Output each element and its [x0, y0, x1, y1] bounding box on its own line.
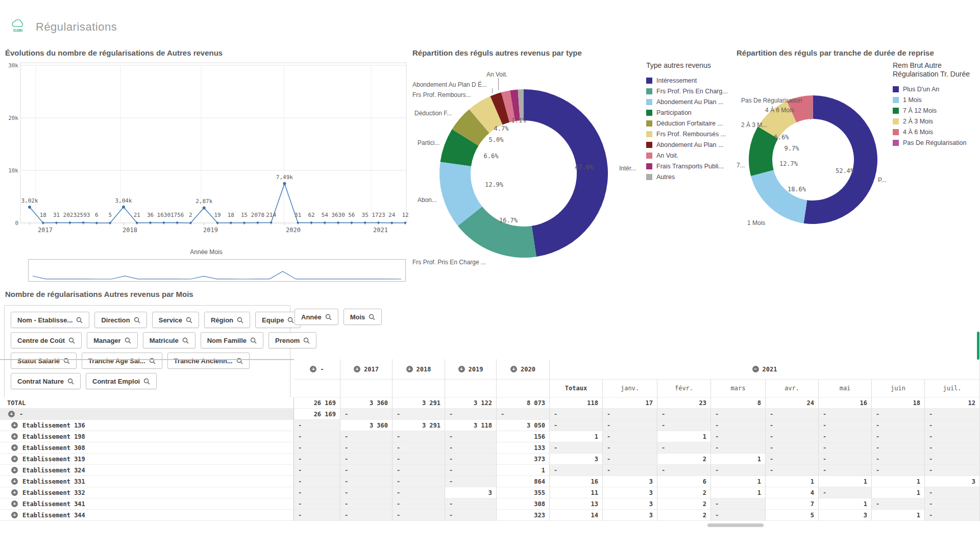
pivot-cell-value: 16 [819, 397, 872, 409]
legend-item-2[interactable]: Abondement Au Plan ... [646, 96, 737, 107]
expand-icon[interactable]: + [354, 366, 360, 372]
filter-button-nom-etablisse[interactable]: Nom - Etablisse... [11, 312, 89, 328]
row-label-total[interactable]: TOTAL [0, 397, 294, 409]
subheader-juil[interactable]: juil. [925, 380, 980, 397]
filter-button-label: Matricule [150, 337, 179, 344]
expand-icon[interactable]: + [11, 500, 18, 507]
row-label-etablissement-344[interactable]: +Etablissement 344 [0, 510, 294, 521]
expand-icon[interactable]: + [406, 366, 413, 372]
data-point-label: 31 [295, 212, 301, 218]
row-label-etablissement-198[interactable]: +Etablissement 198 [0, 431, 294, 442]
expand-icon[interactable]: + [11, 433, 18, 440]
collapse-icon[interactable]: − [752, 366, 759, 372]
subheader-janv[interactable]: janv. [603, 380, 657, 397]
legend-swatch [893, 129, 899, 135]
expand-icon[interactable]: + [510, 366, 517, 372]
filter-button-r-gion[interactable]: Région [204, 312, 250, 328]
data-point-label: 1630 [157, 212, 171, 218]
pivot-cell-value: 2 [657, 510, 711, 521]
donut-slice-0[interactable] [524, 89, 608, 257]
expand-icon[interactable]: + [11, 478, 18, 485]
filter-button-label: Equipe [262, 316, 284, 324]
legend-item-7[interactable]: An Voit. [646, 150, 737, 161]
filter-button-nom-famille[interactable]: Nom Famille [201, 332, 263, 348]
expand-icon[interactable]: + [11, 444, 18, 451]
legend-label: Frs Prof. Pris En Charg... [656, 88, 728, 95]
filter-button-prenom[interactable]: Prenom [268, 332, 316, 348]
filter-button-service[interactable]: Service [152, 312, 199, 328]
row-label-etablissement-341[interactable]: +Etablissement 341 [0, 498, 294, 510]
legend-item-5[interactable]: Pas De Régularisation [893, 137, 980, 148]
pivot-cell-value: 3 [603, 476, 657, 487]
donut-pct-label: 18.6% [788, 186, 806, 193]
row-label-etablissement-319[interactable]: +Etablissement 319 [0, 454, 294, 465]
donut1-callout-participation: Partici... [418, 139, 439, 146]
row-label-etablissement-136[interactable]: +Etablissement 136 [0, 420, 294, 431]
filter-button-direction[interactable]: Direction [94, 312, 146, 328]
expand-icon[interactable]: + [8, 411, 15, 417]
range-selector[interactable] [28, 259, 406, 282]
donut-slice-1[interactable] [751, 170, 807, 223]
year-header-2019[interactable]: +2019 [445, 359, 497, 380]
legend-item-2[interactable]: 7 À 12 Mois [893, 105, 980, 116]
expand-icon[interactable]: + [11, 489, 18, 496]
legend-item-3[interactable]: Participation [646, 107, 737, 118]
row-label-etablissement-331[interactable]: +Etablissement 331 [0, 476, 294, 487]
pivot-cell-value: 16 [550, 476, 603, 487]
vertical-scrollbar-thumb[interactable] [977, 332, 979, 360]
subheader-Totaux[interactable]: Totaux [550, 380, 603, 397]
donut-slice-0[interactable] [803, 95, 877, 224]
expand-icon[interactable]: + [11, 467, 18, 473]
legend-swatch [893, 108, 899, 114]
legend-item-0[interactable]: Plus D'un An [893, 84, 980, 94]
year-header-2021[interactable]: −2021 [550, 359, 980, 380]
year-header-2018[interactable]: +2018 [393, 359, 445, 380]
pivot-cell-empty: - [711, 420, 766, 431]
pivot-cell-value: 133 [497, 442, 550, 454]
donut1-callout-abondement: Abon... [418, 196, 437, 204]
legend-item-1[interactable]: 1 Mois [893, 94, 980, 105]
expand-icon[interactable]: + [11, 456, 18, 462]
subheader-mai[interactable]: mai [819, 380, 872, 397]
horizontal-scrollbar-thumb[interactable] [707, 523, 764, 527]
pivot-cell-empty: - [657, 420, 711, 431]
legend-item-6[interactable]: Abondement Au Plan ... [646, 139, 737, 150]
year-header-2017[interactable]: +2017 [340, 359, 393, 380]
legend-swatch [646, 142, 652, 148]
legend-item-3[interactable]: 2 À 3 Mois [893, 116, 980, 127]
legend-item-8[interactable]: Frais Transports Publi... [646, 161, 737, 171]
filter-button-matricule[interactable]: Matricule [143, 332, 195, 348]
year-header-2020[interactable]: +2020 [497, 359, 550, 380]
donut2-title: Répartition des réguls par tranche de du… [737, 48, 934, 57]
filter-button-centre-de-co-t[interactable]: Centre de Coût [11, 332, 82, 348]
subheader-blank [497, 380, 550, 397]
subheader-juin[interactable]: juin [872, 380, 925, 397]
pivot-cell-empty: - [766, 465, 819, 476]
expand-icon[interactable]: + [11, 422, 18, 429]
pivot-cell-value: 323 [497, 510, 550, 521]
expand-icon[interactable]: + [11, 512, 18, 518]
legend-item-1[interactable]: Frs Prof. Pris En Charg... [646, 86, 737, 96]
year-header--[interactable]: +- [294, 359, 340, 380]
row-label-etablissement-332[interactable]: +Etablissement 332 [0, 487, 294, 498]
pivot-cell-empty: - [819, 442, 872, 454]
legend-item-0[interactable]: Intéressement [646, 75, 737, 86]
filter-button-année[interactable]: Année [295, 309, 338, 325]
filter-button-label: Centre de Coût [17, 337, 65, 344]
legend-item-9[interactable]: Autres [646, 171, 737, 182]
filter-button-manager[interactable]: Manager [87, 332, 137, 348]
subheader-avr[interactable]: avr. [766, 380, 819, 397]
expand-icon[interactable]: + [458, 366, 465, 372]
filter-button-mois[interactable]: Mois [344, 309, 382, 325]
legend-item-4[interactable]: 4 À 6 Mois [893, 127, 980, 137]
row-label-etablissement-324[interactable]: +Etablissement 324 [0, 465, 294, 476]
row-label-[interactable]: +- [0, 409, 294, 420]
donut-pct-label: 12.7% [779, 160, 798, 167]
row-label-etablissement-308[interactable]: +Etablissement 308 [0, 442, 294, 454]
expand-icon[interactable]: + [310, 366, 316, 372]
filter-button-equipe[interactable]: Equipe [255, 312, 301, 328]
legend-item-4[interactable]: Déduction Forfaitaire ... [646, 118, 737, 129]
legend-item-5[interactable]: Frs Prof. Remboursés ... [646, 129, 737, 139]
subheader-févr[interactable]: févr. [657, 380, 711, 397]
subheader-mars[interactable]: mars [711, 380, 766, 397]
